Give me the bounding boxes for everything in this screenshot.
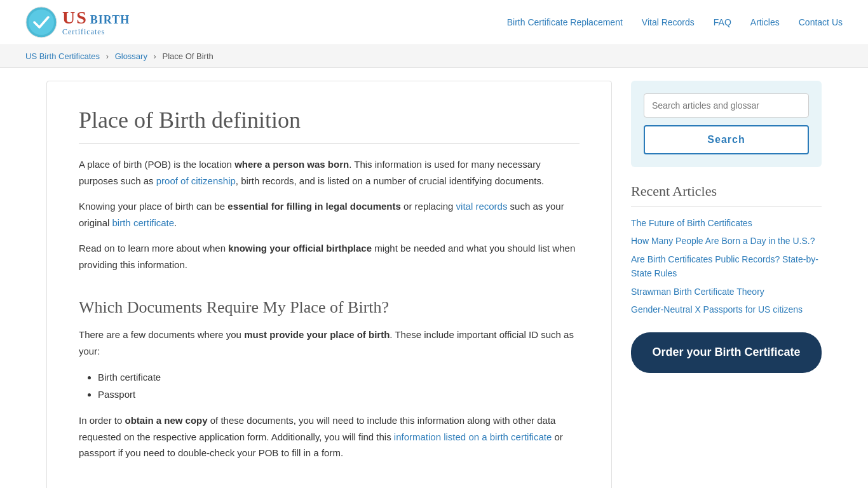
nav-birth-certificate-replacement[interactable]: Birth Certificate Replacement bbox=[507, 17, 623, 27]
main-nav: Birth Certificate Replacement Vital Reco… bbox=[507, 17, 843, 27]
breadcrumb-current: Place Of Birth bbox=[163, 51, 214, 61]
bold-obtain-new-copy: obtain a new copy bbox=[125, 415, 208, 426]
intro-paragraph-1: A place of birth (POB) is the location w… bbox=[79, 156, 580, 189]
recent-article-1[interactable]: The Future of Birth Certificates bbox=[631, 216, 822, 230]
order-birth-certificate-button[interactable]: Order your Birth Certificate bbox=[631, 332, 822, 372]
intro-paragraph-3: Read on to learn more about when knowing… bbox=[79, 240, 580, 273]
search-input[interactable] bbox=[644, 93, 809, 118]
breadcrumb-separator-2: › bbox=[154, 51, 156, 61]
logo-icon bbox=[25, 6, 57, 38]
recent-articles: Recent Articles The Future of Birth Cert… bbox=[631, 183, 822, 316]
bold-must-provide: must provide your place of birth bbox=[244, 329, 390, 340]
content-area: Place of Birth definition A place of bir… bbox=[46, 81, 612, 488]
section-title-2: How to Identify My Place of Birth bbox=[79, 480, 580, 489]
header: US BIRTH Certificates Birth Certificate … bbox=[0, 0, 868, 45]
search-button[interactable]: Search bbox=[644, 125, 809, 154]
bold-knowing-birthplace: knowing your official birthplace bbox=[228, 243, 372, 254]
recent-article-3[interactable]: Are Birth Certificates Public Records? S… bbox=[631, 252, 822, 281]
svg-point-1 bbox=[29, 10, 54, 35]
recent-article-4[interactable]: Strawman Birth Certificate Theory bbox=[631, 285, 822, 299]
document-list: Birth certificate Passport bbox=[98, 369, 580, 403]
nav-faq[interactable]: FAQ bbox=[714, 17, 731, 27]
section1-paragraph-1: There are a few documents where you must… bbox=[79, 327, 580, 359]
sidebar: Search Recent Articles The Future of Bir… bbox=[631, 81, 822, 488]
bold-essential-legal: essential for filling in legal documents bbox=[227, 201, 401, 212]
nav-articles[interactable]: Articles bbox=[750, 17, 780, 27]
section-title-1: Which Documents Require My Place of Birt… bbox=[79, 292, 580, 317]
breadcrumb-glossary[interactable]: Glossary bbox=[115, 51, 147, 61]
logo-certificates: Certificates bbox=[62, 28, 130, 36]
logo-text: US BIRTH Certificates bbox=[62, 8, 130, 36]
link-proof-of-citizenship[interactable]: proof of citizenship bbox=[156, 175, 236, 186]
recent-articles-title: Recent Articles bbox=[631, 183, 822, 207]
breadcrumb-separator-1: › bbox=[106, 51, 109, 61]
logo-birth: BIRTH bbox=[90, 14, 130, 27]
logo-us: US bbox=[62, 8, 88, 28]
breadcrumb-home[interactable]: US Birth Certificates bbox=[25, 51, 100, 61]
list-item-passport: Passport bbox=[98, 386, 580, 403]
link-vital-records-1[interactable]: vital records bbox=[456, 201, 508, 212]
bold-where-person-born: where a person was born bbox=[234, 159, 349, 170]
section1-paragraph-2: In order to obtain a new copy of these d… bbox=[79, 412, 580, 461]
nav-contact-us[interactable]: Contact Us bbox=[799, 17, 843, 27]
intro-paragraph-2: Knowing your place of birth can be essen… bbox=[79, 198, 580, 231]
main-container: Place of Birth definition A place of bir… bbox=[21, 81, 847, 488]
list-item-birth-certificate: Birth certificate bbox=[98, 369, 580, 386]
link-birth-certificate-1[interactable]: birth certificate bbox=[112, 217, 175, 228]
breadcrumb: US Birth Certificates › Glossary › Place… bbox=[0, 45, 868, 68]
search-box: Search bbox=[631, 81, 822, 167]
nav-vital-records[interactable]: Vital Records bbox=[642, 17, 695, 27]
recent-article-2[interactable]: How Many People Are Born a Day in the U.… bbox=[631, 234, 822, 248]
logo[interactable]: US BIRTH Certificates bbox=[25, 6, 130, 38]
link-info-on-birth-cert[interactable]: information listed on a birth certificat… bbox=[394, 431, 552, 442]
recent-article-5[interactable]: Gender-Neutral X Passports for US citize… bbox=[631, 302, 822, 316]
page-title: Place of Birth definition bbox=[79, 107, 580, 144]
